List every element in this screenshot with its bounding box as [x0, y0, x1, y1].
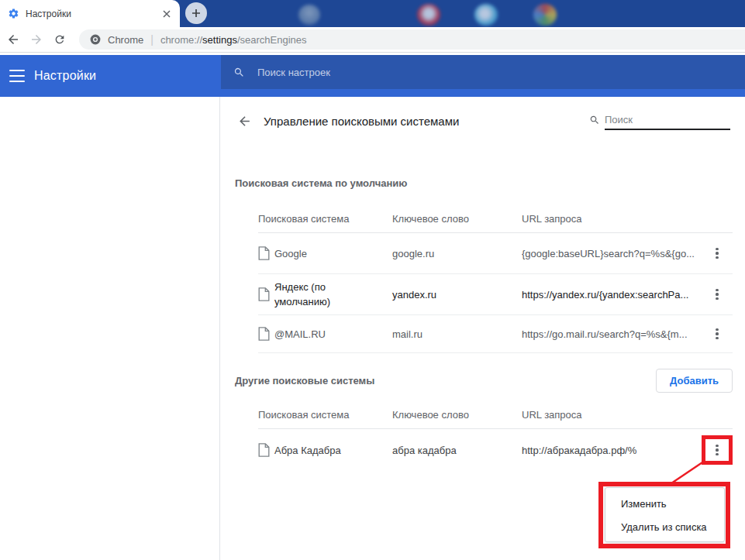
context-menu-item-edit[interactable]: Изменить — [605, 492, 724, 515]
engine-keyword: google.ru — [392, 248, 522, 259]
other-engines-table: Поисковая система Ключевое слово URL зап… — [258, 401, 733, 471]
omnibox-url-host: settings — [202, 34, 237, 46]
column-header-engine: Поисковая система — [258, 213, 392, 225]
table-row: Яндекс (по умолчанию) yandex.ru https://… — [258, 274, 733, 315]
tab-favicon-gear-icon — [8, 8, 19, 19]
other-engines-section-header: Другие поисковые системы Добавить — [235, 369, 733, 392]
settings-header: Настройки — [0, 55, 745, 97]
default-engines-section-title: Поисковая система по умолчанию — [235, 177, 407, 189]
row-menu-dots-icon[interactable] — [711, 440, 723, 461]
engine-url: https://yandex.ru/{yandex:searchPa... — [522, 289, 702, 301]
row-menu-dots-icon[interactable] — [711, 243, 723, 264]
subpage-search-input[interactable] — [605, 112, 730, 130]
table-row: Google google.ru {google:baseURL}search?… — [258, 233, 733, 274]
chrome-logo-icon — [90, 34, 101, 45]
new-tab-button[interactable] — [185, 2, 207, 24]
browser-toolbar: Chrome | chrome://settings/searchEngines — [0, 27, 745, 53]
context-menu-item-remove[interactable]: Удалить из списка — [605, 515, 724, 538]
row-menu-dots-icon[interactable] — [711, 324, 723, 345]
omnibox-separator: | — [150, 33, 153, 46]
search-icon — [589, 115, 600, 125]
document-icon — [258, 443, 270, 457]
settings-header-title: Настройки — [34, 55, 96, 97]
engine-keyword: yandex.ru — [392, 289, 522, 301]
column-header-url: URL запроса — [522, 213, 702, 225]
subpage-back-arrow-icon[interactable] — [233, 109, 256, 132]
settings-search-box[interactable] — [221, 55, 745, 89]
engine-name: Абра Кадабра — [274, 443, 341, 458]
engine-name: @MAIL.RU — [274, 327, 326, 342]
default-engines-table: Поисковая система Ключевое слово URL зап… — [258, 205, 733, 353]
document-icon — [258, 287, 270, 301]
settings-search-input[interactable] — [256, 66, 569, 79]
omnibox-url-field[interactable]: Chrome | chrome://settings/searchEngines — [79, 29, 745, 50]
omnibox-site-label: Chrome — [108, 34, 143, 46]
column-header-engine: Поисковая система — [258, 409, 392, 421]
table-row: Абра Кадабра абра кадабра http://абракад… — [258, 429, 733, 471]
column-header-url: URL запроса — [522, 409, 702, 421]
engine-name: Яндекс (по умолчанию) — [274, 280, 358, 309]
document-icon — [258, 327, 270, 341]
omnibox-url-scheme: chrome:// — [160, 34, 202, 46]
document-icon — [258, 246, 270, 260]
row-context-menu: Изменить Удалить из списка — [605, 487, 725, 542]
table-header-row: Поисковая система Ключевое слово URL зап… — [258, 401, 733, 429]
desktop-ghost-icon — [417, 4, 440, 26]
desktop-ghost-icon — [298, 5, 320, 25]
back-button[interactable] — [3, 29, 23, 50]
subpage-title: Управление поисковыми системами — [264, 109, 459, 132]
engine-url: {google:baseURL}search?q=%s&{go... — [522, 248, 702, 259]
subpage-search-field — [589, 112, 730, 130]
browser-tab-settings[interactable]: Настройки — [0, 0, 180, 27]
engine-keyword: абра кадабра — [392, 445, 522, 456]
search-icon — [233, 67, 245, 78]
engine-keyword: mail.ru — [392, 328, 522, 340]
browser-window: Настройки Chrome | chrome://settings/sea… — [0, 0, 745, 560]
desktop-ghost-icon — [474, 4, 498, 26]
engine-url: https://go.mail.ru/search?q=%s&{m... — [522, 328, 702, 340]
omnibox-url-path: /searchEngines — [237, 34, 307, 46]
row-menu-dots-icon[interactable] — [711, 284, 723, 305]
table-header-row: Поисковая система Ключевое слово URL зап… — [258, 205, 733, 233]
table-row: @MAIL.RU mail.ru https://go.mail.ru/sear… — [258, 315, 733, 353]
engine-name: Google — [274, 246, 307, 261]
refresh-button[interactable] — [50, 29, 70, 50]
column-header-keyword: Ключевое слово — [392, 409, 522, 421]
desktop-ghost-icon — [533, 4, 557, 26]
tab-title: Настройки — [26, 9, 160, 19]
add-engine-button[interactable]: Добавить — [656, 369, 733, 393]
tab-close-icon[interactable] — [160, 7, 174, 21]
engine-url: http://абракадабра.рф/% — [522, 445, 702, 456]
other-engines-section-title: Другие поисковые системы — [235, 375, 374, 387]
column-header-keyword: Ключевое слово — [392, 213, 522, 225]
plus-icon — [191, 9, 201, 18]
forward-button[interactable] — [26, 29, 47, 50]
hamburger-menu-icon[interactable] — [9, 70, 25, 82]
